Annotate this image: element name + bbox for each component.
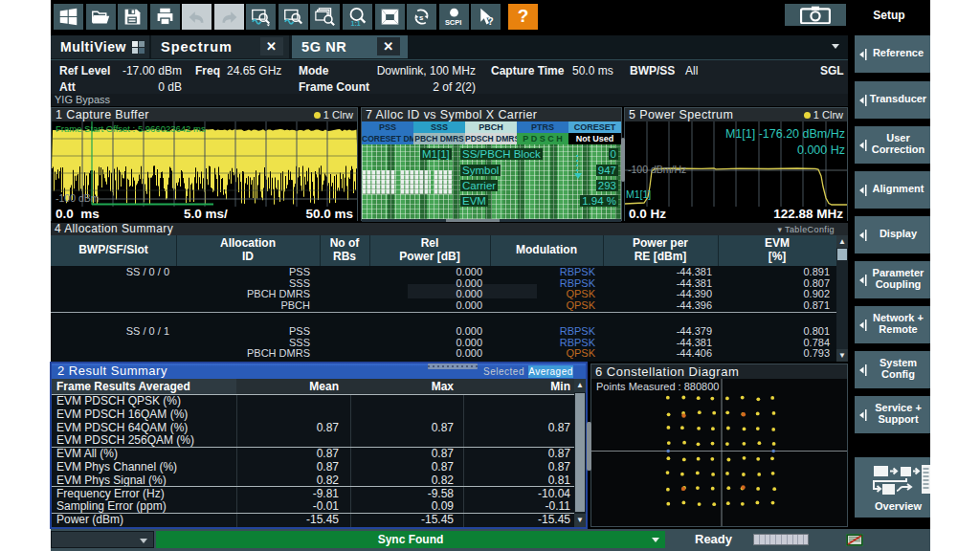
svg-text:M1[1]: M1[1]: [626, 188, 651, 200]
svg-text:-100 dBm: -100 dBm: [56, 192, 100, 204]
svg-text:s: s: [419, 13, 424, 22]
svg-text:Frame Start Offset : 5.9660236: Frame Start Offset : 5.966023642 ms: [56, 123, 206, 134]
svg-text:SCPI: SCPI: [445, 18, 461, 27]
svg-text:?: ?: [487, 15, 493, 27]
svg-text:1:1: 1:1: [351, 20, 361, 27]
svg-text:M1[1] -176.20 dBm/Hz: M1[1] -176.20 dBm/Hz: [725, 127, 845, 141]
svg-text:0.000 Hz: 0.000 Hz: [797, 143, 845, 157]
svg-text:-100 dBm/Hz: -100 dBm/Hz: [628, 164, 686, 175]
